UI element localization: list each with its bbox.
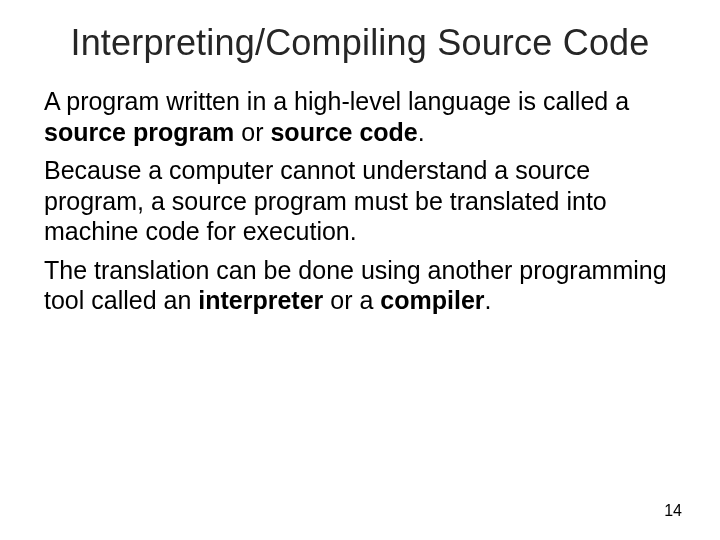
slide-title: Interpreting/Compiling Source Code <box>40 22 680 64</box>
text-run: or <box>234 118 270 146</box>
bold-term-source-program: source program <box>44 118 234 146</box>
paragraph-3: The translation can be done using anothe… <box>44 255 676 316</box>
bold-term-compiler: compiler <box>380 286 484 314</box>
text-run: Because a computer cannot understand a s… <box>44 156 607 245</box>
page-number: 14 <box>664 502 682 520</box>
slide-body: A program written in a high-level langua… <box>40 86 680 316</box>
text-run: or a <box>323 286 380 314</box>
paragraph-1: A program written in a high-level langua… <box>44 86 676 147</box>
text-run: . <box>418 118 425 146</box>
bold-term-interpreter: interpreter <box>198 286 323 314</box>
bold-term-source-code: source code <box>270 118 417 146</box>
slide: Interpreting/Compiling Source Code A pro… <box>0 0 720 540</box>
paragraph-2: Because a computer cannot understand a s… <box>44 155 676 247</box>
text-run: A program written in a high-level langua… <box>44 87 629 115</box>
text-run: . <box>485 286 492 314</box>
